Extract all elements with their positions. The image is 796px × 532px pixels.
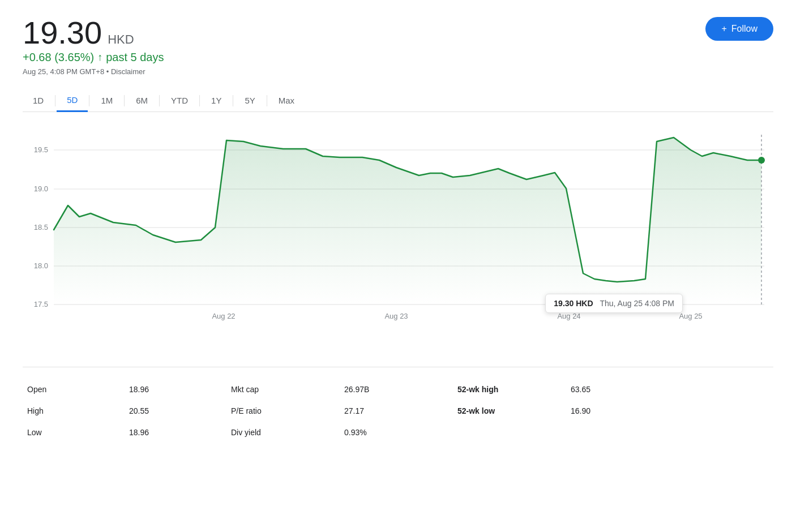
tab-separator-2 <box>89 95 89 106</box>
tab-separator-6 <box>233 95 233 106</box>
follow-label: Follow <box>731 24 758 34</box>
tab-5y[interactable]: 5Y <box>234 90 265 112</box>
follow-plus-icon: + <box>721 24 726 34</box>
svg-text:Aug 24: Aug 24 <box>557 312 580 320</box>
svg-text:Aug 25: Aug 25 <box>679 312 702 320</box>
tab-separator-7 <box>267 95 267 106</box>
tab-separator-4 <box>159 95 160 106</box>
svg-text:17.5: 17.5 <box>34 300 48 308</box>
tab-separator-1 <box>55 95 55 106</box>
tab-5d[interactable]: 5D <box>57 89 88 112</box>
stat-divyield-value: 0.93% <box>340 422 453 443</box>
svg-text:18.0: 18.0 <box>34 261 48 270</box>
tab-ytd[interactable]: YTD <box>161 90 198 112</box>
stat-open-label: Open <box>23 379 125 400</box>
price-main: 19.30 HKD <box>23 17 164 49</box>
price-change-arrow: ↑ <box>97 52 102 63</box>
price-value: 19.30 <box>23 17 102 49</box>
stat-empty-2 <box>566 422 679 443</box>
follow-button[interactable]: + Follow <box>705 17 773 41</box>
tab-6m[interactable]: 6M <box>126 90 158 112</box>
stat-mktcap-label: Mkt cap <box>226 379 340 400</box>
tab-1y[interactable]: 1Y <box>201 90 232 112</box>
tab-separator-5 <box>199 95 200 106</box>
price-currency: HKD <box>108 32 134 47</box>
disclaimer-link[interactable]: Disclaimer <box>111 67 145 76</box>
tab-separator-3 <box>124 95 125 106</box>
stat-divyield-label: Div yield <box>226 422 340 443</box>
price-change-value: +0.68 (3.65%) <box>23 51 94 64</box>
tooltip-price: 19.30 HKD <box>554 299 593 308</box>
tabs-row: 1D 5D 1M 6M YTD 1Y 5Y Max <box>23 89 773 112</box>
stats-table: Open 18.96 Mkt cap 26.97B 52-wk high 63.… <box>23 367 773 443</box>
stat-open-value: 18.96 <box>125 379 226 400</box>
tab-1d[interactable]: 1D <box>23 90 54 112</box>
chart-svg: 19.5 19.0 18.5 18.0 17.5 Aug 22 Aug 23 A… <box>23 129 773 321</box>
svg-text:Aug 23: Aug 23 <box>384 312 408 320</box>
tooltip-datetime: Thu, Aug 25 4:08 PM <box>600 299 674 308</box>
price-change-period: past 5 days <box>106 51 164 64</box>
stat-mktcap-value: 26.97B <box>340 379 453 400</box>
svg-text:18.5: 18.5 <box>34 223 48 231</box>
svg-text:19.5: 19.5 <box>34 145 48 154</box>
svg-text:Aug 22: Aug 22 <box>212 312 235 320</box>
stat-high-value: 20.55 <box>125 400 226 422</box>
chart-container: 19.5 19.0 18.5 18.0 17.5 Aug 22 Aug 23 A… <box>23 129 773 344</box>
stat-52wkh-label: 52-wk high <box>453 379 566 400</box>
stat-low-label: Low <box>23 422 125 443</box>
chart-tooltip: 19.30 HKD Thu, Aug 25 4:08 PM <box>545 294 683 313</box>
svg-point-11 <box>758 157 765 164</box>
stat-empty-1 <box>453 422 566 443</box>
tab-1m[interactable]: 1M <box>91 90 123 112</box>
svg-text:19.0: 19.0 <box>34 185 48 193</box>
stat-pe-label: P/E ratio <box>226 400 340 422</box>
tab-max[interactable]: Max <box>268 90 305 112</box>
price-change: +0.68 (3.65%) ↑ past 5 days <box>23 51 164 64</box>
price-timestamp: Aug 25, 4:08 PM GMT+8 • Disclaimer <box>23 67 164 76</box>
stat-52wkh-value: 63.65 <box>566 379 679 400</box>
stat-52wkl-value: 16.90 <box>566 400 679 422</box>
header: 19.30 HKD +0.68 (3.65%) ↑ past 5 days Au… <box>23 17 773 76</box>
stat-52wkl-label: 52-wk low <box>453 400 566 422</box>
price-block: 19.30 HKD +0.68 (3.65%) ↑ past 5 days Au… <box>23 17 164 76</box>
stat-pe-value: 27.17 <box>340 400 453 422</box>
stat-low-value: 18.96 <box>125 422 226 443</box>
stat-high-label: High <box>23 400 125 422</box>
